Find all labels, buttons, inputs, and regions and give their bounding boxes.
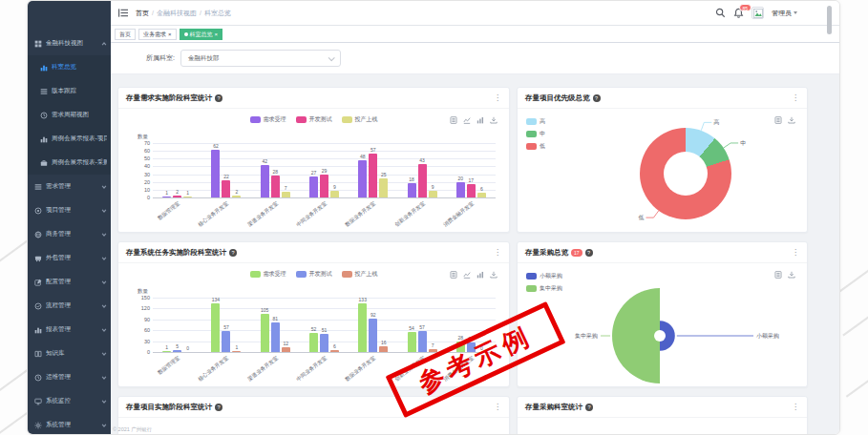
notification-badge: 85 [739,4,752,11]
tab-label: 首页 [119,30,131,39]
sidebar-item-label: 外包管理 [46,254,101,262]
tab-1[interactable]: 业务需求× [138,29,177,40]
sidebar-item-5[interactable]: 配置管理 [28,270,111,294]
more-options-icon[interactable]: ⋮ [792,249,799,257]
bar [282,192,290,197]
bar-group: 62222核心业务开发室 [201,143,250,197]
legend-item[interactable]: 开发测试 [296,270,332,279]
y-tick-label: 10 [137,187,150,193]
sidebar-toggle-icon[interactable] [118,9,128,17]
sidebar-item-6[interactable]: 流程管理 [28,294,111,318]
grid-line [153,197,496,198]
rose-slice-label: 集中采购 [575,333,598,340]
sidebar-item-4[interactable]: 外包管理 [28,246,111,270]
y-tick-label: 30 [137,172,150,177]
panel-title: 存量采购科室统计 [525,403,582,412]
bar-value-label: 28 [267,169,283,175]
panel-1: 存量项目优先级总览?⋮高中低高中低 [517,87,808,233]
avatar[interactable] [752,7,764,19]
y-tick-label: 30 [137,339,150,344]
bar-group: 27299中间业务开发室 [300,143,349,197]
help-icon[interactable]: ? [593,94,601,102]
navbar-right: 85 管理员 [715,7,797,19]
clock-icon [34,374,42,382]
bar-value-label: 2 [229,189,244,195]
bar-value-label: 42 [257,158,272,164]
panel-title: 存量需求实施阶段科室统计 [126,93,212,103]
tab-2[interactable]: 科室总览× [180,29,223,40]
sidebar-item-0[interactable]: 金融科技视图 [28,31,111,55]
sidebar-item-8[interactable]: 知识库 [28,342,111,365]
bar [408,183,416,197]
more-options-icon[interactable]: ⋮ [792,404,799,411]
help-icon[interactable]: ? [215,404,222,411]
breadcrumb-item[interactable]: 首页 [136,9,149,18]
scrollbar-thumb[interactable] [827,6,832,34]
sidebar-item-10[interactable]: 系统监控 [28,389,111,413]
sidebar-item-7[interactable]: 报表管理 [28,318,111,342]
legend-item[interactable]: 需求受理 [250,270,286,279]
y-tick-label: 60 [137,327,150,333]
more-options-icon[interactable]: ⋮ [494,404,501,411]
help-icon[interactable]: ? [215,94,222,102]
sidebar-subitem-1[interactable]: 版本跟踪 [28,79,111,103]
panel-count-badge: 17 [571,249,582,257]
department-select[interactable]: 金融科技部 [180,50,341,67]
bar-group: 1058112渠道业务开发室 [251,298,300,352]
legend-label: 投产上线 [355,115,378,124]
search-icon[interactable] [715,8,726,18]
chevron-down-icon [101,256,107,261]
bar-plot: 010203040506070121数据管理室62222核心业务开发室42287… [153,143,496,197]
sidebar-subitem-2[interactable]: 需求周期视图 [28,103,111,127]
bar-value-label: 43 [414,157,430,163]
bar-group: 52516中间业务开发室 [300,298,349,352]
pie-slice-label: 低 [638,215,644,220]
sidebar-subitem-label: 周例会展示报表-采购 [52,158,107,167]
panel-header: 存量需求实施阶段科室统计?⋮ [118,88,509,109]
more-options-icon[interactable]: ⋮ [792,94,799,102]
legend-item[interactable]: 投产上线 [342,270,378,279]
sidebar-item-1[interactable]: 需求管理 [28,175,111,198]
bar-value-label: 9 [327,184,342,190]
panel-header: 存量项目优先级总览?⋮ [518,88,807,109]
sidebar-item-9[interactable]: 运维管理 [28,365,111,389]
legend-label: 需求受理 [264,115,286,124]
tab-0[interactable]: 首页 [115,29,136,40]
legend-label: 开发测试 [309,270,332,279]
panel-body [518,418,807,434]
bar [477,193,486,197]
top-navbar: 首页/金融科技视图/科室总览 85 管理员 [111,1,839,26]
chevron-down-icon [101,423,107,428]
bar-group: 42287渠道业务开发室 [251,143,300,197]
sidebar-item-3[interactable]: 商务管理 [28,222,111,246]
close-icon[interactable]: × [215,31,219,37]
breadcrumb-item[interactable]: 科室总览 [204,9,231,18]
filter-label: 所属科室: [146,53,175,63]
more-options-icon[interactable]: ⋮ [494,94,501,102]
bell-icon[interactable]: 85 [733,8,744,18]
close-icon[interactable]: × [168,31,172,37]
legend-item[interactable]: 投产上线 [342,115,378,124]
sidebar-subitem-3[interactable]: 周例会展示报表-项目 [28,127,111,151]
help-icon[interactable]: ? [229,249,237,257]
bar-value-label: 62 [208,143,223,149]
y-tick-label: 90 [137,317,150,322]
breadcrumb-item[interactable]: 金融科技视图 [157,9,197,18]
legend-item[interactable]: 需求受理 [250,115,286,124]
more-options-icon[interactable]: ⋮ [494,249,501,257]
bar-group: 20176消费金融开发室 [447,143,496,197]
sidebar-subitem-4[interactable]: 周例会展示报表-采购 [28,151,111,175]
bar-groups: 150数据管理室134571核心业务开发室1058112渠道业务开发室52516… [153,298,496,352]
bar [330,350,339,352]
sidebar-subitem-0[interactable]: 科室总览 [28,55,111,79]
user-menu[interactable]: 管理员 [772,9,797,18]
help-icon[interactable]: ? [585,404,593,411]
sidebar-item-label: 商务管理 [46,230,101,238]
legend-item[interactable]: 开发测试 [296,115,332,124]
help-icon[interactable]: ? [585,249,593,257]
sidebar-item-11[interactable]: 系统管理 [28,413,111,434]
chevron-down-icon [101,351,107,357]
y-tick-label: 0 [137,195,150,200]
panel-header: 存量采购总览17?⋮ [518,242,807,263]
sidebar-item-2[interactable]: 项目管理 [28,198,111,222]
